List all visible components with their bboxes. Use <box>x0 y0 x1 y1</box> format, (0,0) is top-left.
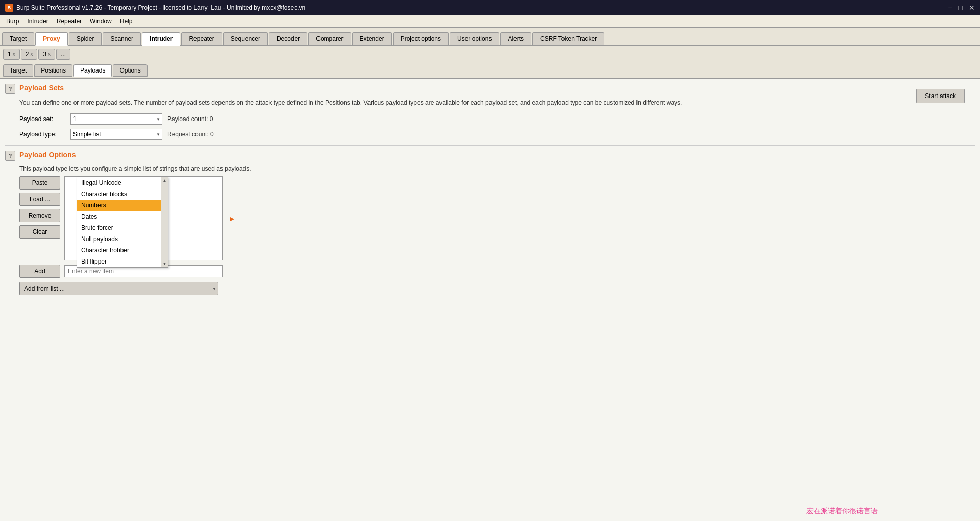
dropdown-item-brute-forcer[interactable]: Brute forcer <box>77 222 168 233</box>
dropdown-item-character-blocks[interactable]: Character blocks <box>77 188 168 200</box>
bottom-watermark-text: 宏在派诺着你很诺言语 <box>806 507 878 516</box>
dropdown-item-illegal-unicode[interactable]: Illegal Unicode <box>77 177 168 188</box>
tab-target[interactable]: Target <box>2 32 34 45</box>
main-tabs: Target Proxy Spider Scanner Intruder Rep… <box>0 28 980 46</box>
remove-button[interactable]: Remove <box>19 209 60 222</box>
intruder-tab-dots[interactable]: ... <box>56 49 70 60</box>
minimize-button[interactable]: − <box>948 4 952 12</box>
title-text: B Burp Suite Professional v1.7.26 - Temp… <box>5 4 305 12</box>
tab-intruder[interactable]: Intruder <box>142 32 180 46</box>
menu-repeater[interactable]: Repeater <box>53 17 86 26</box>
payload-options-header: ? Payload Options <box>5 151 975 161</box>
intruder-tab-2[interactable]: 2 x <box>21 49 38 60</box>
dropdown-item-bit-flipper[interactable]: Bit flipper <box>77 256 168 267</box>
dropdown-scrollbar: ▲ ▼ <box>161 177 168 267</box>
payload-type-dropdown: Illegal Unicode Character blocks Numbers… <box>77 177 168 268</box>
subtab-positions[interactable]: Positions <box>34 64 72 77</box>
tab-extender[interactable]: Extender <box>352 32 392 45</box>
subtab-options[interactable]: Options <box>113 64 147 77</box>
maximize-button[interactable]: □ <box>959 4 963 12</box>
tab-user-options[interactable]: User options <box>450 32 499 45</box>
add-from-list-button[interactable]: Add from list ... <box>19 282 218 295</box>
tab-repeater[interactable]: Repeater <box>181 32 222 45</box>
sub-tabs: Target Positions Payloads Options <box>0 62 980 79</box>
payload-options-description: This payload type lets you configure a s… <box>19 165 975 172</box>
title-bar: B Burp Suite Professional v1.7.26 - Temp… <box>0 0 980 15</box>
tab-scanner[interactable]: Scanner <box>103 32 141 45</box>
menu-window[interactable]: Window <box>86 17 116 26</box>
menu-intruder[interactable]: Intruder <box>23 17 52 26</box>
content-area: Start attack ? Payload Sets You can defi… <box>0 79 980 521</box>
payload-type-select-wrapper: Simple list <box>70 129 162 140</box>
request-count-label: Request count: 0 <box>167 131 214 138</box>
tab-project-options[interactable]: Project options <box>393 32 449 45</box>
payload-set-label: Payload set: <box>19 115 65 123</box>
burp-logo: B <box>5 4 13 12</box>
payload-type-label: Payload type: <box>19 131 65 138</box>
payload-set-select-wrapper: 1 <box>70 113 162 125</box>
dropdown-item-null-payloads[interactable]: Null payloads <box>77 233 168 245</box>
intruder-tabs: 1 x 2 x 3 x ... <box>0 46 980 62</box>
payload-sets-header: ? Payload Sets <box>5 84 975 94</box>
add-from-list-row: Add from list ... <box>19 282 975 295</box>
intruder-tab-3[interactable]: 3 x <box>38 49 55 60</box>
dropdown-item-character-frobber[interactable]: Character frobber <box>77 245 168 256</box>
intruder-tab-1[interactable]: 1 x <box>3 49 20 60</box>
add-from-list-wrapper: Add from list ... <box>19 282 218 295</box>
close-tab-1[interactable]: x <box>13 51 15 57</box>
payload-count-label: Payload count: 0 <box>167 115 213 123</box>
menu-bar: Burp Intruder Repeater Window Help <box>0 15 980 28</box>
close-tab-2[interactable]: x <box>30 51 33 57</box>
app-title: Burp Suite Professional v1.7.26 - Tempor… <box>16 4 305 11</box>
payload-sets-description: You can define one or more payload sets.… <box>19 98 975 107</box>
payload-options-help-icon[interactable]: ? <box>5 151 15 161</box>
tab-spider[interactable]: Spider <box>69 32 102 45</box>
tab-csrf-token-tracker[interactable]: CSRF Token Tracker <box>532 32 604 45</box>
tab-decoder[interactable]: Decoder <box>269 32 307 45</box>
subtab-payloads[interactable]: Payloads <box>74 64 112 77</box>
payload-set-select[interactable]: 1 <box>70 113 162 125</box>
payload-sets-help-icon[interactable]: ? <box>5 84 15 94</box>
separator-1 <box>5 145 975 146</box>
payload-set-row: Payload set: 1 Payload count: 0 <box>19 113 975 125</box>
dropdown-item-dates[interactable]: Dates <box>77 211 168 222</box>
close-button[interactable]: ✕ <box>969 4 975 12</box>
menu-help[interactable]: Help <box>116 17 137 26</box>
close-tab-3[interactable]: x <box>48 51 51 57</box>
payload-sets-title: Payload Sets <box>19 84 64 92</box>
subtab-target[interactable]: Target <box>3 64 33 77</box>
menu-burp[interactable]: Burp <box>2 17 23 26</box>
window-controls[interactable]: − □ ✕ <box>948 4 975 12</box>
payload-type-select[interactable]: Simple list <box>70 129 162 140</box>
start-attack-button[interactable]: Start attack <box>916 89 965 103</box>
content-inner: Start attack ? Payload Sets You can defi… <box>5 84 975 295</box>
load-button[interactable]: Load ... <box>19 193 60 206</box>
paste-button[interactable]: Paste <box>19 176 60 190</box>
scroll-up-icon[interactable]: ▲ <box>162 177 168 184</box>
payload-type-row: Payload type: Simple list Request count:… <box>19 129 975 140</box>
tab-sequencer[interactable]: Sequencer <box>223 32 268 45</box>
buttons-column: Paste Load ... Remove Clear <box>19 176 60 260</box>
list-arrow-icon: ► <box>229 215 236 223</box>
tab-proxy[interactable]: Proxy <box>35 32 67 46</box>
dropdown-item-numbers[interactable]: Numbers <box>77 200 168 211</box>
scroll-down-icon[interactable]: ▼ <box>162 260 168 267</box>
add-button[interactable]: Add <box>19 265 60 278</box>
tab-alerts[interactable]: Alerts <box>500 32 531 45</box>
payload-options-title: Payload Options <box>19 151 76 159</box>
tab-comparer[interactable]: Comparer <box>308 32 351 45</box>
clear-button[interactable]: Clear <box>19 225 60 239</box>
